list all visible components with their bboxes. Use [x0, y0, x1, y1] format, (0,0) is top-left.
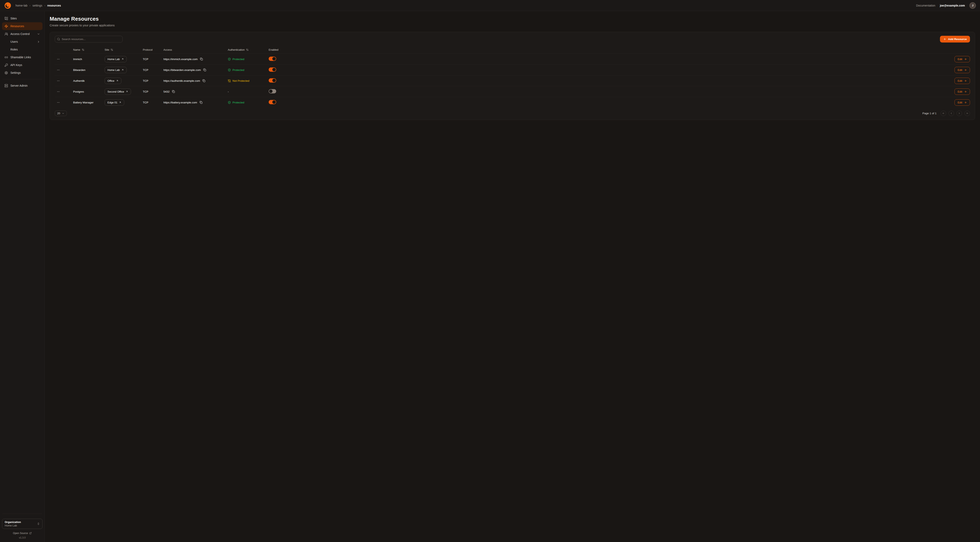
breadcrumb-resources[interactable]: resources	[47, 4, 61, 7]
sidebar-item-label: Access Control	[10, 32, 30, 35]
page-size-select[interactable]: 20	[55, 110, 67, 116]
sidebar-item-label: Settings	[10, 71, 21, 74]
resource-name: Postgres	[73, 90, 105, 93]
auth-badge: -	[228, 90, 269, 93]
auth-badge: Protected	[228, 57, 269, 61]
copy-icon	[203, 69, 206, 71]
card-toolbar: Add Resource	[55, 36, 327, 43]
resource-access-url: https://authentik.example.com	[164, 79, 200, 82]
site-link-button[interactable]: Second Office	[105, 89, 131, 95]
sidebar-item-resources[interactable]: Resources	[2, 22, 43, 30]
site-name: Second Office	[107, 90, 124, 93]
page-size-value: 20	[57, 112, 60, 115]
breadcrumb-settings[interactable]: settings	[32, 4, 42, 7]
site-link-button[interactable]: Edge 01	[105, 99, 124, 106]
resource-protocol: TCP	[143, 69, 164, 72]
resources-card: Add Resource Name Site	[49, 32, 327, 120]
enabled-toggle[interactable]	[269, 67, 276, 72]
sort-icon[interactable]	[82, 48, 84, 51]
resource-access-url: https://immich.example.com	[164, 57, 197, 61]
copy-button[interactable]	[199, 100, 203, 104]
auth-badge: Protected	[228, 101, 269, 104]
sidebar-item-label: API Keys	[10, 63, 22, 67]
sidebar-item-sites[interactable]: Sites	[2, 14, 43, 22]
shield-off-icon	[228, 79, 231, 82]
sidebar-item-label: Roles	[10, 48, 18, 51]
ellipsis-icon	[57, 57, 60, 61]
sidebar-item-server-admin[interactable]: Server Admin	[2, 82, 43, 89]
copy-button[interactable]	[172, 90, 175, 93]
ellipsis-icon	[57, 101, 60, 104]
combine-icon	[5, 17, 8, 20]
resource-access-url: https://battery.example.com	[164, 101, 197, 104]
external-arrow-icon	[119, 101, 121, 104]
link-icon	[5, 56, 8, 59]
server-icon	[5, 84, 8, 88]
column-access: Access	[164, 48, 228, 51]
chevron-down-icon	[37, 32, 40, 35]
auth-badge: Protected	[228, 69, 269, 72]
resource-access-url: https://bitwarden.example.com	[164, 69, 201, 72]
site-name: Home Lab	[107, 69, 120, 72]
page-subtitle: Create secure proxies to your private ap…	[49, 24, 327, 27]
row-menu-button[interactable]	[57, 56, 63, 62]
column-name: Name	[73, 48, 105, 51]
enabled-toggle[interactable]	[269, 89, 276, 93]
sidebar-item-shareable-links[interactable]: Shareable Links	[2, 53, 43, 61]
row-menu-button[interactable]	[57, 89, 63, 94]
breadcrumb-org[interactable]: home-lab	[16, 4, 27, 7]
sidebar-item-api-keys[interactable]: API Keys	[2, 61, 43, 69]
site-link-button[interactable]: Home Lab	[105, 56, 127, 62]
page-title: Manage Resources	[49, 16, 327, 22]
search-input[interactable]	[62, 38, 120, 41]
row-menu-button[interactable]	[57, 100, 63, 105]
auth-label: Not Protected	[232, 79, 250, 82]
sidebar-item-label: Sites	[10, 17, 17, 20]
column-enabled: Enabled	[269, 48, 293, 51]
enabled-toggle[interactable]	[269, 100, 276, 104]
resource-access-url: 5432	[164, 90, 170, 93]
breadcrumb: home-lab › settings › resources	[16, 4, 61, 7]
copy-icon	[200, 101, 202, 104]
copy-button[interactable]	[200, 57, 203, 61]
waypoints-icon	[5, 24, 8, 28]
copy-icon	[200, 57, 203, 61]
shield-check-icon	[228, 69, 231, 72]
sidebar-item-settings[interactable]: Settings	[2, 69, 43, 77]
sidebar-item-label: Shareable Links	[10, 56, 31, 59]
search-box	[55, 36, 123, 43]
sort-icon[interactable]	[111, 48, 113, 51]
sort-icon[interactable]	[246, 48, 249, 51]
row-menu-button[interactable]	[57, 67, 63, 73]
sidebar-item-users[interactable]: Users	[2, 38, 43, 46]
enabled-toggle[interactable]	[269, 57, 276, 61]
auth-label: Protected	[232, 69, 244, 72]
resource-name: Battery Manager	[73, 101, 105, 104]
auth-label: -	[228, 90, 229, 93]
table-row: Bitwarden Home Lab TCP https://bitwarden…	[55, 64, 327, 75]
auth-label: Protected	[232, 101, 244, 104]
toggle-knob	[269, 89, 272, 93]
key-icon	[5, 63, 8, 67]
copy-button[interactable]	[202, 79, 206, 83]
resource-protocol: TCP	[143, 101, 164, 104]
toggle-knob	[272, 100, 276, 104]
copy-button[interactable]	[203, 68, 207, 72]
sidebar-item-roles[interactable]: Roles	[2, 46, 43, 53]
copy-icon	[172, 90, 175, 93]
enabled-toggle[interactable]	[269, 78, 276, 83]
table-row: Immich Home Lab TCP https://immich.examp…	[55, 54, 327, 64]
resource-protocol: TCP	[143, 79, 164, 82]
shield-check-icon	[228, 101, 231, 104]
site-link-button[interactable]: Office	[105, 78, 121, 84]
site-link-button[interactable]: Home Lab	[105, 67, 127, 73]
search-icon	[57, 38, 60, 41]
sidebar-item-access-control[interactable]: Access Control	[2, 30, 43, 38]
external-arrow-icon	[121, 58, 124, 60]
ellipsis-icon	[57, 79, 60, 82]
resource-name: Authentik	[73, 79, 105, 82]
resource-name: Bitwarden	[73, 69, 105, 72]
column-protocol: Protocol	[143, 48, 164, 51]
row-menu-button[interactable]	[57, 78, 63, 83]
app-logo-pangolin-icon[interactable]	[4, 2, 11, 9]
